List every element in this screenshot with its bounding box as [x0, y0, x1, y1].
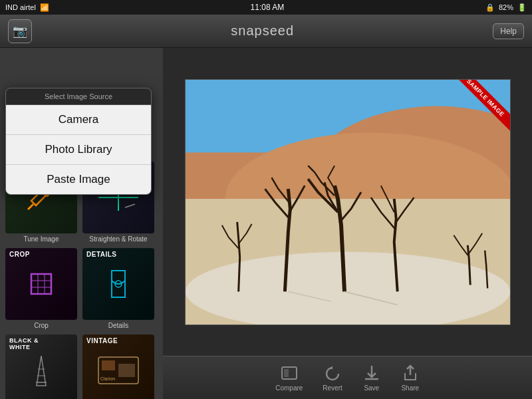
vintage-header: VINTAGE — [82, 334, 154, 347]
dropdown-item-paste[interactable]: Paste Image — [6, 165, 151, 194]
compare-label: Compare — [275, 384, 303, 392]
wifi-icon: 📶 — [40, 3, 49, 12]
compare-icon — [280, 364, 299, 382]
crop-label: Crop — [34, 322, 49, 329]
dropdown-title: Select Image Source — [6, 88, 151, 105]
bottom-toolbar: Compare Revert — [163, 356, 532, 399]
revert-label: Revert — [323, 384, 342, 392]
carrier-label: IND airtel — [5, 3, 36, 11]
details-tile-wrapper: DETAILS Details — [82, 248, 154, 329]
status-bar: IND airtel 📶 11:08 AM 🔒 82% 🔋 — [0, 0, 532, 15]
top-bar: 📷 snapseed Help — [0, 15, 532, 48]
tools-sidebar: Select Image Source Camera Photo Library… — [0, 48, 163, 399]
crop-tile-wrapper: CROP Crop — [5, 248, 77, 329]
tune-image-label: Tune Image — [24, 235, 59, 243]
revert-icon — [323, 364, 342, 382]
save-button[interactable]: Save — [362, 364, 381, 392]
bw-tile-wrapper: BLACK & WHITE Black & White — [5, 334, 77, 399]
ribbon-text: SAMPLE IMAGE — [450, 80, 509, 132]
app-title: snapseed — [231, 23, 294, 39]
camera-source-button[interactable]: 📷 — [8, 19, 32, 43]
share-label: Share — [401, 384, 419, 392]
svg-rect-27 — [284, 369, 289, 377]
battery-icon: 🔋 — [517, 3, 527, 12]
bw-header: BLACK & WHITE — [5, 334, 77, 353]
help-button[interactable]: Help — [493, 23, 524, 39]
dropdown-menu: Select Image Source Camera Photo Library… — [5, 88, 152, 195]
image-source-dropdown: Select Image Source Camera Photo Library… — [5, 88, 152, 195]
battery-percent: 82% — [499, 3, 513, 11]
content-area: SAMPLE IMAGE Compare — [163, 48, 532, 399]
svg-text:Clarion: Clarion — [100, 376, 115, 381]
share-icon — [401, 364, 420, 382]
share-button[interactable]: Share — [401, 364, 420, 392]
status-left: IND airtel 📶 — [5, 3, 49, 12]
lock-icon: 🔒 — [485, 3, 495, 12]
vintage-tile[interactable]: VINTAGE Clarion — [82, 334, 154, 399]
sample-image-ribbon: SAMPLE IMAGE — [437, 80, 510, 153]
svg-rect-6 — [31, 274, 51, 294]
image-display-area: SAMPLE IMAGE — [163, 48, 532, 356]
svg-line-1 — [28, 204, 33, 209]
details-tile[interactable]: DETAILS — [82, 248, 154, 320]
photo-display: SAMPLE IMAGE — [185, 79, 511, 325]
svg-rect-16 — [102, 360, 115, 370]
save-label: Save — [364, 384, 379, 392]
svg-rect-28 — [290, 369, 295, 377]
status-right: 🔒 82% 🔋 — [485, 3, 527, 12]
straighten-label: Straighten & Rotate — [89, 235, 147, 243]
dropdown-item-photo-library[interactable]: Photo Library — [6, 135, 151, 165]
vintage-tile-wrapper: VINTAGE Clarion Vintage Films — [82, 334, 154, 399]
time-display: 11:08 AM — [251, 3, 285, 12]
revert-button[interactable]: Revert — [323, 364, 342, 392]
details-label: Details — [108, 322, 129, 329]
bw-tile[interactable]: BLACK & WHITE — [5, 334, 77, 399]
details-header: DETAILS — [82, 248, 154, 261]
compare-button[interactable]: Compare — [275, 364, 303, 392]
camera-icon: 📷 — [13, 24, 27, 39]
photo-container: SAMPLE IMAGE — [185, 79, 511, 325]
svg-line-5 — [125, 204, 135, 207]
svg-rect-17 — [118, 364, 135, 377]
main-layout: Select Image Source Camera Photo Library… — [0, 48, 532, 399]
svg-marker-29 — [329, 366, 332, 369]
crop-tile[interactable]: CROP — [5, 248, 77, 320]
crop-header: CROP — [5, 248, 77, 261]
dropdown-item-camera[interactable]: Camera — [6, 105, 151, 135]
save-icon — [362, 364, 381, 382]
